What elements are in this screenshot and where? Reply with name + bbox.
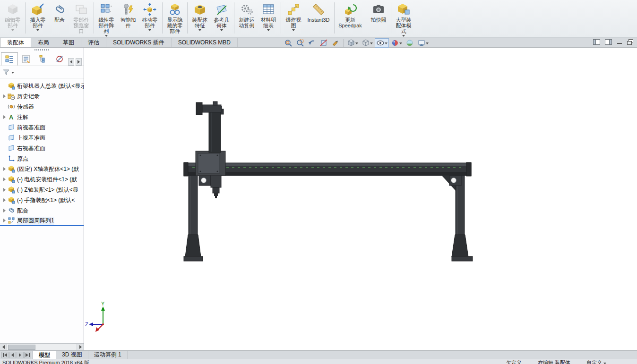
- status-custom-dropdown[interactable]: 自定义: [586, 359, 606, 364]
- status-editing-state: 在编辑 装配体: [538, 359, 570, 364]
- smart-fasteners-button[interactable]: 智能扣件: [118, 1, 138, 29]
- minimize-icon: [617, 39, 622, 45]
- new-motion-study-button[interactable]: 新建运动算例: [236, 1, 257, 29]
- tab-sketch[interactable]: 草图: [56, 38, 81, 47]
- show-hidden-components-button[interactable]: 显示隐藏的零部件: [164, 1, 185, 34]
- view-orientation-button[interactable]: [345, 38, 360, 48]
- scroll-left-button[interactable]: [0, 344, 7, 350]
- status-product-label: SOLIDWORKS Premium 2018 x64 版: [2, 359, 89, 364]
- component-icon: [8, 176, 15, 183]
- graphics-viewport[interactable]: Y Z: [85, 48, 637, 350]
- tree-item-x-axis-assembly[interactable]: (固定) X轴装配体<1> (默: [0, 164, 84, 174]
- expand-arrow-icon[interactable]: [1, 188, 7, 192]
- tab-layout[interactable]: 布局: [31, 38, 56, 47]
- zoom-area-button[interactable]: [294, 38, 306, 48]
- linear-pattern-icon: [99, 2, 114, 17]
- move-component-icon: [142, 2, 157, 17]
- apply-scene-button[interactable]: [404, 38, 415, 48]
- dimxpertmanager-icon: [55, 54, 64, 64]
- view-settings-button[interactable]: [416, 38, 430, 48]
- expand-arrow-icon[interactable]: [1, 219, 7, 222]
- tree-item-motor-mount-assembly[interactable]: (-) 电机安装组件<1> (默: [0, 174, 84, 185]
- tab-solidworks-mbd[interactable]: SOLIDWORKS MBD: [172, 38, 238, 47]
- display-style-button[interactable]: [360, 38, 374, 48]
- first-tab-button[interactable]: [1, 352, 9, 358]
- panel-tab-scroll-left[interactable]: [68, 58, 74, 66]
- status-bar: SOLIDWORKS Premium 2018 x64 版 欠定义 在编辑 装配…: [0, 359, 637, 364]
- pane-left-icon: [593, 39, 600, 45]
- panel-tab-scroll-right[interactable]: [76, 58, 82, 66]
- component-icon: [8, 165, 15, 173]
- scrollbar-thumb[interactable]: [8, 345, 35, 350]
- insert-component-button[interactable]: 插入零部件: [27, 1, 48, 32]
- previous-view-button[interactable]: [306, 38, 318, 48]
- tree-item-finger-assembly[interactable]: (-) 手指装配<1> (默认<: [0, 195, 84, 205]
- next-tab-button[interactable]: [17, 352, 24, 358]
- minimize-commandmanager-button[interactable]: [617, 39, 622, 45]
- mate-button[interactable]: 配合: [49, 1, 70, 23]
- tab-3d-views[interactable]: 3D 视图: [56, 351, 88, 359]
- expand-arrow-icon[interactable]: [1, 94, 7, 98]
- filter-funnel-icon[interactable]: [2, 68, 10, 76]
- linear-component-pattern-button[interactable]: 线性零部件阵列: [96, 1, 117, 37]
- instant3d-button[interactable]: Instant3D: [305, 1, 332, 23]
- svg-text:Z: Z: [85, 322, 88, 327]
- tab-model[interactable]: 模型: [33, 351, 56, 359]
- prev-tab-button[interactable]: [9, 352, 16, 358]
- expand-arrow-icon[interactable]: [1, 209, 7, 212]
- reference-geometry-button[interactable]: 参考几何体: [211, 1, 232, 32]
- section-view-button[interactable]: [318, 38, 329, 48]
- tree-item-top-plane[interactable]: 上视基准面: [0, 133, 84, 143]
- tab-solidworks-addins[interactable]: SOLIDWORKS 插件: [106, 38, 172, 47]
- update-speedpak-button[interactable]: 更新 Speedpak: [336, 1, 364, 29]
- hide-show-items-button[interactable]: [375, 38, 389, 48]
- tree-item-sensors[interactable]: 传感器: [0, 102, 84, 112]
- restore-pane-button[interactable]: [627, 39, 633, 45]
- take-snapshot-icon: [371, 2, 386, 17]
- apply-scene-icon: [405, 39, 414, 47]
- assembly-features-button[interactable]: 装配体特征: [189, 1, 210, 32]
- pane-right-button[interactable]: [605, 39, 612, 45]
- tree-item-local-circular-pattern[interactable]: 局部圆周阵列1: [0, 216, 84, 226]
- magnify-button[interactable]: [330, 38, 341, 48]
- panel-horizontal-scrollbar[interactable]: [0, 343, 84, 350]
- tree-item-front-plane[interactable]: 前视基准面: [0, 122, 84, 133]
- expand-arrow-icon[interactable]: [1, 167, 7, 171]
- tree-item-origin[interactable]: 原点: [0, 153, 84, 164]
- expand-arrow-icon[interactable]: [1, 115, 7, 119]
- expand-arrow-icon[interactable]: [1, 178, 7, 181]
- featuremanager-tree-tab[interactable]: [1, 52, 18, 66]
- assembly-icon: [8, 82, 15, 90]
- mates-icon: [8, 207, 15, 214]
- zoom-fit-button[interactable]: [283, 38, 294, 48]
- edit-appearance-button[interactable]: [389, 38, 404, 48]
- large-assembly-mode-button[interactable]: 大型装配体模式: [393, 1, 414, 37]
- propertymanager-tab[interactable]: [18, 52, 35, 66]
- sensors-icon: [8, 103, 15, 110]
- tree-item-annotations[interactable]: 注解: [0, 112, 84, 122]
- dimxpertmanager-tab[interactable]: [52, 52, 69, 66]
- tab-evaluate[interactable]: 评估: [81, 38, 106, 47]
- move-component-button[interactable]: 移动零部件: [139, 1, 160, 32]
- last-tab-button[interactable]: [24, 352, 31, 358]
- configurationmanager-icon: [38, 54, 48, 64]
- mate-icon: [52, 2, 67, 17]
- expand-arrow-icon[interactable]: [1, 198, 7, 202]
- tree-item-history[interactable]: 历史记录: [0, 91, 84, 102]
- take-snapshot-button[interactable]: 拍快照: [368, 1, 389, 23]
- pane-left-button[interactable]: [593, 39, 600, 45]
- panel-grip-handle[interactable]: [0, 48, 84, 52]
- exploded-view-button[interactable]: 爆炸视图: [283, 1, 304, 32]
- tab-motion-study-1[interactable]: 运动算例 1: [88, 351, 128, 359]
- scroll-right-button[interactable]: [77, 344, 84, 350]
- tab-assembly[interactable]: 装配体: [0, 38, 31, 47]
- new-motion-study-icon: [239, 2, 254, 17]
- tree-item-mates[interactable]: 配合: [0, 205, 84, 216]
- filter-dropdown-icon[interactable]: [11, 72, 14, 74]
- bill-of-materials-button[interactable]: 材料明细表: [258, 1, 279, 32]
- configurationmanager-tab[interactable]: [34, 52, 52, 66]
- command-manager-toolbar: 编辑零部件 插入零部件 配合 零部件预览窗口 线性零部件阵列 智能扣件 移动零部…: [0, 0, 637, 38]
- tree-item-z-axis-assembly[interactable]: (-) Z轴装配<1> (默认<显: [0, 185, 84, 195]
- tree-item-right-plane[interactable]: 右视基准面: [0, 143, 84, 153]
- tree-item-root[interactable]: 桁架机器人总装 (默认<显示: [0, 81, 84, 91]
